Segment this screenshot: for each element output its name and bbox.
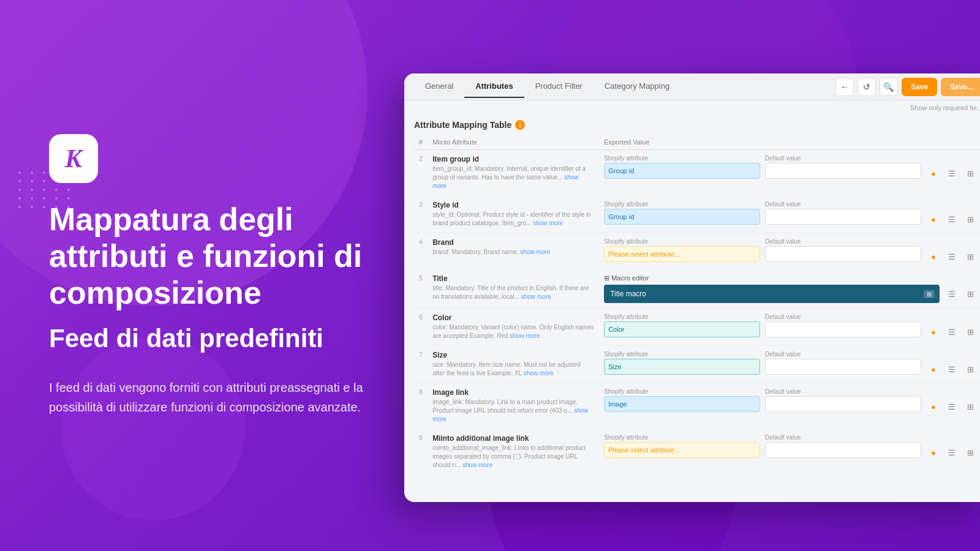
table-row: 5Titletitle: Mandatory. Title of the pro… xyxy=(414,269,980,309)
miinto-attribute-cell: Sizesize: Mandatory. Item size name. Mus… xyxy=(428,346,599,383)
default-value-group: Default value xyxy=(765,388,921,412)
warning-icon[interactable]: ● xyxy=(926,362,941,377)
action-icons: ●☰⊞ xyxy=(926,238,978,264)
default-value-input[interactable] xyxy=(765,321,921,337)
grid-icon[interactable]: ⊞ xyxy=(963,362,978,377)
field-group: Shopify attributeDefault value●☰⊞ xyxy=(604,155,978,181)
default-value-label: Default value xyxy=(765,155,921,162)
shopify-attribute-label: Shopify attribute xyxy=(604,201,760,208)
row-number: 4 xyxy=(414,233,428,269)
default-value-input[interactable] xyxy=(765,246,921,262)
shopify-attribute-group: Shopify attribute xyxy=(604,434,760,458)
attribute-description: size: Mandatory. Item size name. Must no… xyxy=(432,361,594,378)
attribute-name: Brand xyxy=(432,238,594,247)
shopify-attribute-input[interactable] xyxy=(604,209,760,225)
list-icon[interactable]: ☰ xyxy=(944,249,959,264)
shopify-attribute-input[interactable] xyxy=(604,321,760,337)
exported-value-cell: Shopify attributeDefault value●☰⊞ xyxy=(599,346,980,383)
grid-icon[interactable]: ⊞ xyxy=(963,324,978,339)
list-icon[interactable]: ☰ xyxy=(944,362,959,377)
shopify-attribute-input[interactable] xyxy=(604,246,760,262)
tab-category-mapping[interactable]: Category Mapping xyxy=(594,75,680,98)
tab-general[interactable]: General xyxy=(414,75,464,98)
field-group: Shopify attributeDefault value●☰⊞ xyxy=(604,351,978,377)
toolbar-buttons: ← ↺ 🔍 Save Save... xyxy=(835,78,980,96)
attribute-name: Image link xyxy=(432,388,594,397)
default-value-input[interactable] xyxy=(765,209,921,225)
sub-title: Feed di dati predefiniti xyxy=(49,324,404,353)
shopify-attribute-input[interactable] xyxy=(604,359,760,375)
table-row: 3Style idstyle_id: Optional. Product sty… xyxy=(414,196,980,233)
default-value-input[interactable] xyxy=(765,442,921,458)
grid-icon[interactable]: ⊞ xyxy=(963,399,978,414)
attribute-name: Item group id xyxy=(432,155,594,163)
shopify-attribute-group: Shopify attribute xyxy=(604,155,760,179)
attribute-table: # Miinto Attribute Exported Value 2Item … xyxy=(414,135,980,475)
table-row: 6Colorcolor: Mandatory. Variant (color) … xyxy=(414,309,980,346)
shopify-attribute-group: Shopify attribute xyxy=(604,388,760,412)
exported-value-cell: Shopify attributeDefault value●☰⊞ xyxy=(599,383,980,429)
warning-icon[interactable]: ● xyxy=(926,166,941,181)
shopify-attribute-input[interactable] xyxy=(604,442,760,458)
shopify-attribute-label: Shopify attribute xyxy=(604,238,760,245)
shopify-attribute-label: Shopify attribute xyxy=(604,155,760,162)
right-panel: General Attributes Product Filter Catego… xyxy=(404,73,980,502)
show-required-toggle[interactable]: Show only required fie... xyxy=(404,100,980,114)
list-icon[interactable]: ☰ xyxy=(944,399,959,414)
attribute-name: Title xyxy=(432,274,594,283)
grid-icon[interactable]: ⊞ xyxy=(963,445,978,460)
exported-value-cell: Shopify attributeDefault value●☰⊞ xyxy=(599,196,980,233)
macro-editor-label: ⊞ Macro editor xyxy=(604,274,978,282)
grid-icon[interactable]: ⊞ xyxy=(963,212,978,227)
default-value-input[interactable] xyxy=(765,359,921,375)
exported-value-cell: Shopify attributeDefault value●☰⊞ xyxy=(599,150,980,196)
action-icons: ●☰⊞ xyxy=(926,201,978,227)
miinto-attribute-cell: Image linkimage_link: Mandatory. Link to… xyxy=(428,383,599,429)
macro-input[interactable]: Title macro⊞ xyxy=(604,285,940,303)
description: I feed di dati vengono forniti con attri… xyxy=(49,378,404,417)
shopify-attribute-label: Shopify attribute xyxy=(604,313,760,320)
attribute-description: miinto_additional_image_link: Links to a… xyxy=(432,444,594,470)
info-icon: i xyxy=(515,120,525,130)
warning-icon[interactable]: ● xyxy=(926,212,941,227)
tab-product-filter[interactable]: Product Filter xyxy=(524,75,594,98)
warning-icon[interactable]: ● xyxy=(926,324,941,339)
warning-icon[interactable]: ● xyxy=(926,445,941,460)
shopify-attribute-group: Shopify attribute xyxy=(604,238,760,262)
shopify-attribute-input[interactable] xyxy=(604,163,760,179)
tab-attributes[interactable]: Attributes xyxy=(464,75,524,98)
shopify-attribute-label: Shopify attribute xyxy=(604,434,760,441)
grid-icon[interactable]: ⊞ xyxy=(963,166,978,181)
list-icon[interactable]: ☰ xyxy=(944,287,959,301)
refresh-button[interactable]: ↺ xyxy=(858,78,876,96)
list-icon[interactable]: ☰ xyxy=(944,212,959,227)
warning-icon[interactable]: ● xyxy=(926,399,941,414)
grid-icon[interactable]: ⊞ xyxy=(963,287,978,301)
row-number: 6 xyxy=(414,309,428,346)
default-value-group: Default value xyxy=(765,238,921,262)
field-group: Shopify attributeDefault value●☰⊞ xyxy=(604,238,978,264)
list-icon[interactable]: ☰ xyxy=(944,166,959,181)
col-exported: Exported Value xyxy=(599,135,980,150)
search-button[interactable]: 🔍 xyxy=(880,78,898,96)
list-icon[interactable]: ☰ xyxy=(944,445,959,460)
shopify-attribute-label: Shopify attribute xyxy=(604,388,760,395)
exported-value-cell: Shopify attributeDefault value●☰⊞ xyxy=(599,429,980,475)
main-title: Mappatura degli attributi e funzioni di … xyxy=(49,201,404,311)
shopify-attribute-input[interactable] xyxy=(604,396,760,412)
default-value-input[interactable] xyxy=(765,163,921,179)
list-icon[interactable]: ☰ xyxy=(944,324,959,339)
action-icons: ●☰⊞ xyxy=(926,388,978,414)
grid-icon[interactable]: ⊞ xyxy=(963,249,978,264)
save-button[interactable]: Save xyxy=(902,78,937,96)
field-group: Shopify attributeDefault value●☰⊞ xyxy=(604,388,978,414)
warning-icon[interactable]: ● xyxy=(926,249,941,264)
back-button[interactable]: ← xyxy=(835,78,854,96)
save2-button[interactable]: Save... xyxy=(941,78,980,96)
tabs-bar: General Attributes Product Filter Catego… xyxy=(404,73,980,100)
table-row: 9Miinto additional image linkmiinto_addi… xyxy=(414,429,980,475)
miinto-attribute-cell: Item group iditem_group_id: Mandatory. I… xyxy=(428,150,599,196)
attribute-description: brand: Mandatory. Brand name. show more xyxy=(432,248,594,257)
default-value-input[interactable] xyxy=(765,396,921,412)
default-value-group: Default value xyxy=(765,313,921,337)
